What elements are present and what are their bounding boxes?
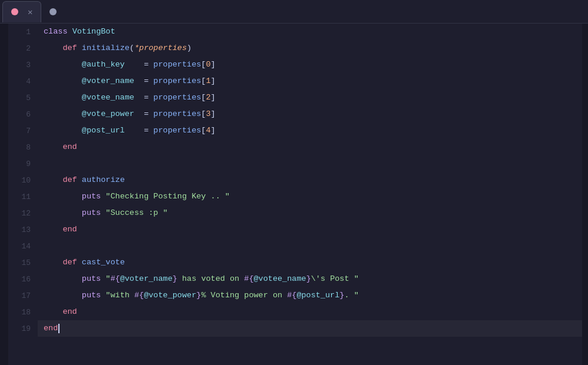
- token-indent: [44, 188, 82, 205]
- tab-dot-gray: [49, 8, 57, 15]
- token-punct: ]: [211, 57, 216, 73]
- line-number-16: 16: [8, 271, 38, 287]
- token-string: % Voting power on: [201, 287, 287, 304]
- token-number: 2: [206, 89, 210, 106]
- code-line-7: @post_url = properties[4]: [38, 122, 582, 139]
- token-method-name: properties: [153, 57, 201, 73]
- line-number-14: 14: [8, 238, 38, 254]
- line-number-11: 11: [8, 188, 38, 205]
- token-ivar: @auth_key: [82, 57, 125, 73]
- token-indent: [44, 287, 82, 304]
- token-punct: [: [201, 106, 206, 122]
- token-punct: =: [125, 57, 154, 73]
- code-line-9: [38, 155, 582, 172]
- line-number-3: 3: [8, 57, 38, 73]
- token-punct: ): [187, 40, 191, 57]
- code-line-19: end: [38, 320, 582, 337]
- token-ivar: @voter_name: [120, 271, 173, 287]
- token-indent: [44, 205, 82, 221]
- line-number-17: 17: [8, 287, 38, 304]
- code-line-8: end: [38, 139, 582, 155]
- token-puts-kw: puts: [82, 188, 101, 205]
- token-string: has voted on: [177, 271, 244, 287]
- token-string: . ": [344, 287, 358, 304]
- code-line-6: @vote_power = properties[3]: [38, 106, 582, 122]
- tab-votingbot[interactable]: ✕: [2, 1, 41, 22]
- line-number-15: 15: [8, 254, 38, 271]
- token-indent: [44, 172, 62, 188]
- token-class-name: VotingBot: [72, 24, 115, 40]
- token-param: *properties: [134, 40, 187, 57]
- code-line-2: def initialize(*properties): [38, 40, 582, 57]
- code-content[interactable]: class VotingBot def initialize(*properti…: [38, 24, 582, 365]
- token-punct: [: [201, 89, 206, 106]
- activity-bar: [0, 24, 8, 365]
- token-indent: [44, 106, 82, 122]
- token-puts-kw: puts: [82, 271, 101, 287]
- code-line-14: [38, 238, 582, 254]
- token-punct: ]: [211, 73, 216, 89]
- token-punct: ]: [211, 89, 216, 106]
- code-line-16: puts "#{@voter_name} has voted on #{@vot…: [38, 271, 582, 287]
- token-indent: [44, 73, 82, 89]
- token-ivar: @post_url: [82, 122, 125, 139]
- token-indent: [44, 254, 62, 271]
- token-kw-end: end: [44, 320, 58, 337]
- line-number-1: 1: [8, 24, 38, 40]
- token-punct: =: [134, 89, 153, 106]
- token-ivar: @vote_power: [144, 287, 196, 304]
- token-method-name: properties: [153, 73, 201, 89]
- token-indent: [44, 221, 62, 238]
- line-number-19: 19: [8, 320, 38, 337]
- token-kw-end: end: [62, 139, 77, 155]
- code-line-10: def authorize: [38, 172, 582, 188]
- token-punct: [: [201, 122, 206, 139]
- tab-close-icon[interactable]: ✕: [28, 7, 32, 17]
- token-punct: [77, 254, 82, 271]
- line-number-5: 5: [8, 89, 38, 106]
- token-punct: ]: [211, 106, 216, 122]
- token-kw-end: end: [62, 221, 77, 238]
- token-punct: [101, 271, 105, 287]
- code-line-15: def cast_vote: [38, 254, 582, 271]
- token-ivar: @vote_power: [82, 106, 134, 122]
- token-punct: [101, 287, 105, 304]
- token-ivar: @voter_name: [82, 73, 134, 89]
- token-interp: #{: [134, 287, 144, 304]
- token-indent: [44, 271, 82, 287]
- token-method-name: authorize: [82, 172, 125, 188]
- token-method-name: properties: [153, 106, 201, 122]
- token-kw-def: def: [62, 254, 77, 271]
- token-punct: [101, 205, 105, 221]
- token-number: 1: [206, 73, 210, 89]
- line-number-8: 8: [8, 139, 38, 155]
- token-string: \'s Post ": [311, 271, 359, 287]
- token-kw-class: class: [44, 24, 68, 40]
- tab-bar: ✕: [0, 0, 588, 24]
- token-number: 4: [206, 122, 210, 139]
- code-line-1: class VotingBot: [38, 24, 582, 40]
- token-punct: [101, 188, 105, 205]
- token-interp: #{: [244, 271, 253, 287]
- token-ivar: @post_url: [296, 287, 339, 304]
- code-line-11: puts "Checking Posting Key .. ": [38, 188, 582, 205]
- token-method-name: initialize: [82, 40, 130, 57]
- tab-mainrb[interactable]: [41, 1, 68, 22]
- code-line-18: end: [38, 304, 582, 320]
- token-string: "with: [105, 287, 134, 304]
- line-number-13: 13: [8, 221, 38, 238]
- token-interp: }: [196, 287, 201, 304]
- token-interp: #{: [110, 271, 120, 287]
- code-line-13: end: [38, 221, 582, 238]
- token-interp: #{: [287, 287, 296, 304]
- token-punct: [68, 24, 72, 40]
- token-indent: [44, 304, 62, 320]
- token-interp: }: [306, 271, 311, 287]
- token-number: 0: [206, 57, 210, 73]
- editor-area: 12345678910111213141516171819 class Voti…: [0, 24, 588, 365]
- token-ivar: @votee_name: [82, 89, 134, 106]
- line-number-18: 18: [8, 304, 38, 320]
- scrollbar[interactable]: [582, 24, 588, 365]
- token-punct: [77, 172, 82, 188]
- token-punct: ]: [211, 122, 216, 139]
